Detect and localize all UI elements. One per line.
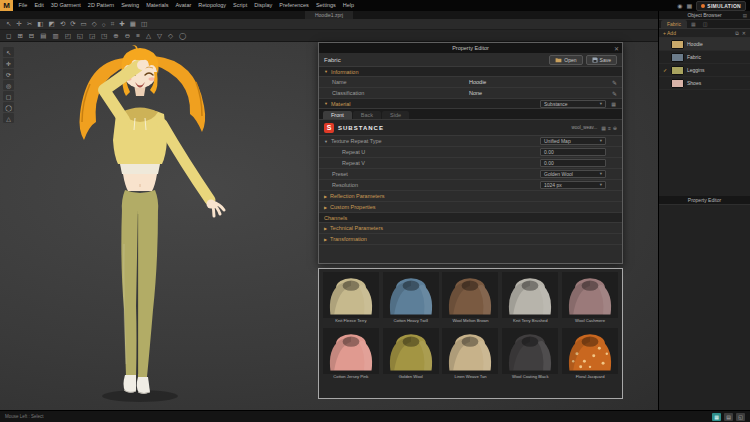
material-preview[interactable]: Knit Terry Brushed <box>501 272 559 327</box>
property-editor-header[interactable]: Property Editor ✕ <box>319 43 622 53</box>
reflection-parameters-row[interactable]: ▶ Reflection Parameters <box>319 191 622 202</box>
open-button[interactable]: Open <box>549 55 582 65</box>
material-preview[interactable]: Wool Melton Brown <box>442 272 500 327</box>
menu-avatar[interactable]: Avatar <box>172 0 195 11</box>
section-material[interactable]: ▼ Material Substance ▾ ▦ <box>319 99 622 109</box>
toolbar-icon[interactable]: ▥ <box>52 32 58 40</box>
status-layout-icon[interactable]: ◱ <box>736 413 745 421</box>
toolbar-icon[interactable]: ⊞ <box>17 32 22 40</box>
substance-file-name[interactable]: wool_weav... <box>571 125 597 130</box>
classification-value[interactable]: None <box>469 90 482 96</box>
save-button[interactable]: Save <box>586 55 617 65</box>
toolbar-icon[interactable]: ▤ <box>40 32 46 40</box>
simulation-mode-button[interactable]: SIMULATION <box>696 1 746 11</box>
tab-back[interactable]: Back <box>353 111 381 119</box>
account-icon[interactable]: ◉ <box>677 2 682 9</box>
delete-icon[interactable]: ✕ <box>742 30 746 37</box>
toolbar-icon[interactable]: ◇ <box>92 20 97 28</box>
texture-add-icon[interactable]: ⊕ <box>613 125 617 131</box>
copy-icon[interactable]: ⧉ <box>735 30 739 37</box>
toolbar-icon[interactable]: ≡ <box>136 32 140 39</box>
material-preview[interactable]: Knit Fleece Terry <box>322 272 380 327</box>
toolbar-icon[interactable]: ◰ <box>65 32 71 40</box>
menu-script[interactable]: Script <box>230 0 251 11</box>
material-preview[interactable]: Wool Cashmere <box>561 272 619 327</box>
viewport-tool-icon[interactable]: ◎ <box>3 80 14 90</box>
toolbar-icon[interactable]: ⊖ <box>125 32 130 40</box>
texture-repeat-type-dropdown[interactable]: Unified Map ▾ <box>540 137 606 145</box>
status-render-icon[interactable]: ▦ <box>712 413 721 421</box>
toolbar-icon[interactable]: ○ <box>102 21 106 28</box>
transformation-row[interactable]: ▶ Transformation <box>319 234 622 245</box>
project-title[interactable]: Hoodie1.zprj <box>305 11 353 19</box>
preset-dropdown[interactable]: Golden Wool ▾ <box>540 170 606 178</box>
tab-side[interactable]: Side <box>382 111 409 119</box>
toolbar-icon[interactable]: ▽ <box>157 32 162 40</box>
custom-properties-row[interactable]: ▶ Custom Properties <box>319 202 622 213</box>
viewport-tool-icon[interactable]: △ <box>3 113 14 123</box>
avatar-3d[interactable] <box>34 44 246 408</box>
toolbar-icon[interactable]: ⟳ <box>70 20 75 28</box>
toolbar-icon[interactable]: ◇ <box>168 32 173 40</box>
toolbar-icon[interactable]: ◯ <box>179 32 186 40</box>
texture-view-icon[interactable]: ▦ <box>601 125 606 131</box>
toolbar-icon[interactable]: ⊟ <box>29 32 34 40</box>
toolbar-icon[interactable]: ◱ <box>77 32 83 40</box>
menu-2d-pattern[interactable]: 2D Pattern <box>84 0 117 11</box>
apps-grid-icon[interactable]: ▦ <box>687 2 693 9</box>
fabric-list-item[interactable]: ✓ Leggins <box>659 64 750 77</box>
menu-settings[interactable]: Settings <box>312 0 339 11</box>
material-preview[interactable]: Golden Wool <box>382 328 440 383</box>
menu-preferences[interactable]: Preferences <box>276 0 313 11</box>
fabric-list-item[interactable]: Hoodie <box>659 38 750 51</box>
toolbar-icon[interactable]: ◩ <box>49 20 55 28</box>
material-preview[interactable]: Floral Jacquard <box>561 328 619 383</box>
menu-materials[interactable]: Materials <box>143 0 172 11</box>
technical-parameters-row[interactable]: ▶ Technical Parameters <box>319 223 622 234</box>
repeat-v-input[interactable]: 0.00 <box>540 159 606 167</box>
status-grid-icon[interactable]: ▤ <box>724 413 733 421</box>
toolbar-icon[interactable]: ◧ <box>37 20 43 28</box>
fabric-list-item[interactable]: Fabric <box>659 51 750 64</box>
material-type-dropdown[interactable]: Substance ▾ <box>540 100 606 108</box>
fabric-list-item[interactable]: Shoes <box>659 77 750 90</box>
toolbar-icon[interactable]: ✚ <box>119 20 124 28</box>
toolbar-icon[interactable]: ✂ <box>27 20 32 28</box>
material-options-icon[interactable]: ▦ <box>611 101 616 107</box>
app-logo[interactable]: M <box>0 0 13 11</box>
material-preview[interactable]: Wool Coating Black <box>501 328 559 383</box>
menu-display[interactable]: Display <box>251 0 276 11</box>
menu-file[interactable]: File <box>15 0 31 11</box>
edit-icon[interactable]: ✎ <box>612 79 617 86</box>
object-browser-header[interactable]: Object Browser ▤ <box>659 11 750 20</box>
menu-help[interactable]: Help <box>339 0 357 11</box>
tab-front[interactable]: Front <box>323 111 352 119</box>
toolbar-icon[interactable]: ⌗ <box>111 20 115 28</box>
property-editor-dock-header[interactable]: Property Editor <box>659 196 750 205</box>
menu-retopology[interactable]: Retopology <box>195 0 230 11</box>
toolbar-icon[interactable]: ◲ <box>89 32 95 40</box>
tab-icon[interactable]: ▦ <box>688 20 699 28</box>
section-information[interactable]: ▼ Information <box>319 67 622 77</box>
viewport-tool-icon[interactable]: ◯ <box>3 102 14 112</box>
menu-sewing[interactable]: Sewing <box>118 0 143 11</box>
panel-options-icon[interactable]: ▤ <box>743 13 747 18</box>
toolbar-icon[interactable]: △ <box>146 32 151 40</box>
material-preview[interactable]: Cotton Heavy Twill <box>382 272 440 327</box>
tab-fabric[interactable]: Fabric <box>661 20 687 28</box>
add-fabric-button[interactable]: + Add <box>663 30 676 36</box>
resolution-dropdown[interactable]: 1024 px ▾ <box>540 181 606 189</box>
repeat-u-input[interactable]: 0.00 <box>540 148 606 156</box>
material-preview[interactable]: Linen Weave Tan <box>442 328 500 383</box>
toolbar-icon[interactable]: ↖ <box>6 20 11 28</box>
toolbar-icon[interactable]: ◻ <box>6 32 11 40</box>
close-icon[interactable]: ✕ <box>614 45 619 52</box>
name-value[interactable]: Hoodie <box>469 79 486 85</box>
toolbar-icon[interactable]: ✛ <box>16 20 21 28</box>
section-channels[interactable]: Channels <box>319 213 622 223</box>
viewport-tool-icon[interactable]: ⟳ <box>3 69 14 79</box>
material-preview[interactable]: Cotton Jersey Pink <box>322 328 380 383</box>
toolbar-icon[interactable]: ⟲ <box>60 20 65 28</box>
viewport-tool-icon[interactable]: ↖ <box>3 47 14 57</box>
toolbar-icon[interactable]: ◫ <box>141 20 147 28</box>
